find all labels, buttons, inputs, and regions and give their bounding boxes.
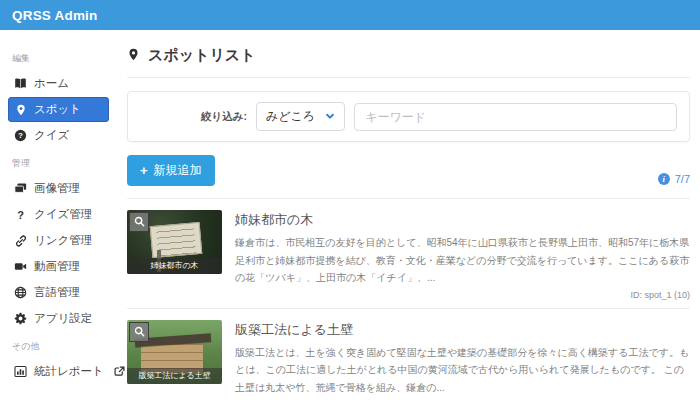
sidebar-item-quiz-manage[interactable]: ? クイズ管理 [8,202,109,227]
sidebar-item-label: リンク管理 [34,233,92,248]
spot-thumbnail[interactable]: 版築工法による土壁 [127,320,222,384]
chart-icon [14,365,27,378]
zoom-button[interactable] [129,322,149,342]
sidebar-section-edit: 編集 [0,44,115,70]
list-item: 版築工法による土壁 版築工法による土壁 版築工法とは、土を強く突き固めて堅固な土… [127,309,690,400]
info-icon: i [658,173,670,185]
thumbnail-caption: 姉妹都市の木 [127,258,222,274]
sidebar: 編集 ホーム スポット ? クイズ 管理 画像管理 [0,30,115,400]
sidebar-item-label: クイズ管理 [34,207,92,222]
spot-description: 鎌倉市は、市民相互の友好を目的として、昭和54年に山口県萩市と長野県上田市、昭和… [235,234,690,287]
sidebar-item-home[interactable]: ホーム [8,71,109,96]
zoom-button[interactable] [129,212,149,232]
sidebar-item-label: 言語管理 [34,285,80,300]
spot-body: 版築工法による土壁 版築工法とは、土を強く突き固めて堅固な土壁や建築の基礎部分を… [235,320,690,400]
layout: 編集 ホーム スポット ? クイズ 管理 画像管理 [0,30,700,400]
question-circle-icon: ? [14,129,27,142]
app-header: QRSS Admin [0,0,700,30]
sidebar-item-label: 統計レポート [34,364,104,379]
cogs-icon [14,312,27,325]
sidebar-item-label: アプリ設定 [34,311,92,326]
book-icon [14,77,27,90]
sidebar-item-label: 画像管理 [34,181,80,196]
sidebar-item-label: スポット [34,102,81,117]
page-title: スポットリスト [127,46,690,65]
keyword-input[interactable] [354,103,677,131]
spot-body: 姉妹都市の木 鎌倉市は、市民相互の友好を目的として、昭和54年に山口県萩市と長野… [235,210,690,300]
sidebar-item-label: 動画管理 [34,259,80,274]
globe-icon [14,286,27,299]
sidebar-item-stats-report[interactable]: 統計レポート [8,359,109,384]
spot-thumbnail[interactable]: 姉妹都市の木 [127,210,222,274]
question-icon: ? [14,208,27,221]
category-select[interactable]: みどころ [256,102,345,131]
app-title: QRSS Admin [12,8,98,23]
filter-card: 絞り込み: みどころ [127,91,690,142]
main-content: スポットリスト 絞り込み: みどころ + 新規追加 i 7/7 [115,30,700,400]
sidebar-item-label: ホーム [34,76,69,91]
sidebar-item-quiz[interactable]: ? クイズ [8,123,109,148]
page-title-text: スポットリスト [148,46,255,65]
map-marker-icon [127,47,140,64]
divider [127,77,690,78]
count-text: 7/7 [675,173,690,185]
thumbnail-caption: 版築工法による土壁 [127,368,222,384]
link-icon [14,234,27,247]
add-new-button[interactable]: + 新規追加 [127,155,215,186]
category-select-value: みどころ [266,108,315,125]
magnifier-icon [134,323,145,341]
sidebar-item-app-settings[interactable]: アプリ設定 [8,306,109,331]
chevron-down-icon [325,110,335,124]
sidebar-item-video-manage[interactable]: 動画管理 [8,254,109,279]
plus-icon: + [140,164,148,177]
images-icon [14,182,27,195]
list-item: 姉妹都市の木 姉妹都市の木 鎌倉市は、市民相互の友好を目的として、昭和54年に山… [127,199,690,309]
spot-id: ID: spot_1 (10) [235,290,690,300]
sidebar-item-image-manage[interactable]: 画像管理 [8,176,109,201]
sidebar-section-manage: 管理 [0,149,115,175]
sidebar-item-label: クイズ [34,128,69,143]
video-icon [14,260,27,273]
svg-text:?: ? [18,131,23,140]
spot-description: 版築工法とは、土を強く突き固めて堅固な土壁や建築の基礎部分を徐々に高く構築する工… [235,344,690,397]
magnifier-icon [134,213,145,231]
add-new-label: 新規追加 [154,162,202,179]
spot-title[interactable]: 版築工法による土壁 [235,321,690,339]
spot-list: 姉妹都市の木 姉妹都市の木 鎌倉市は、市民相互の友好を目的として、昭和54年に山… [127,198,690,400]
filter-label: 絞り込み: [201,110,247,124]
sidebar-section-other: その他 [0,332,115,358]
sidebar-item-spot[interactable]: スポット [8,97,109,122]
spot-title[interactable]: 姉妹都市の木 [235,211,690,229]
actions-row: + 新規追加 i 7/7 [127,155,690,186]
sidebar-item-link-manage[interactable]: リンク管理 [8,228,109,253]
count-badge: i 7/7 [658,173,690,186]
map-marker-icon [14,103,27,116]
sidebar-item-language-manage[interactable]: 言語管理 [8,280,109,305]
